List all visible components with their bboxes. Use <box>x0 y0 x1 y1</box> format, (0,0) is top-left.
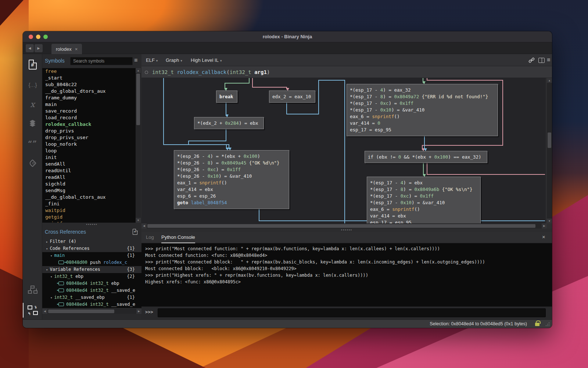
xref-entry[interactable]: ←08048ed4 int32_t __saved_e <box>42 287 141 294</box>
symbol-item[interactable]: main <box>42 101 136 108</box>
xref-bar-row[interactable]: ▾Variable References{3} <box>42 266 141 273</box>
symbols-scrollbar[interactable]: ▲ ▼ <box>136 68 141 223</box>
symbol-item[interactable]: rolodex_callback <box>42 121 136 128</box>
scroll-down-icon[interactable]: ▼ <box>136 218 141 223</box>
symbol-item[interactable]: drop_privs <box>42 128 136 134</box>
xref-group-row[interactable]: ▾int32_t __saved_ebp{1} <box>42 294 141 301</box>
scroll-right-icon[interactable]: ▶ <box>136 309 141 314</box>
tags-icon[interactable] <box>23 155 42 171</box>
symbols-icon[interactable]: # <box>23 56 42 72</box>
xref-group-row[interactable]: ▾int32_t ebp{2} <box>42 273 141 280</box>
symbol-item[interactable]: readAll <box>42 174 136 181</box>
python-console-input[interactable] <box>158 308 546 317</box>
close-panel-icon[interactable]: × <box>542 234 545 240</box>
symbols-menu-icon[interactable]: ≡ <box>134 57 137 64</box>
console-splitter[interactable]: •••••• <box>141 229 552 232</box>
function-header[interactable]: int32_t rolodex_callback(int32_t arg1) <box>141 66 552 78</box>
search-symbols-input[interactable] <box>70 57 133 65</box>
python-console-output[interactable]: >>> print("Most connected function: " + … <box>141 243 552 307</box>
scroll-up-icon[interactable]: ▲ <box>136 68 141 73</box>
menu-graph[interactable]: Graph▾ <box>166 54 182 66</box>
graph-overview-icon[interactable] <box>23 282 42 298</box>
graph-hscrollbar[interactable]: ◀ ▶ <box>141 223 547 229</box>
chevron-down-icon: ▾ <box>180 59 182 63</box>
symbols-title: Symbols <box>45 58 65 64</box>
xref-group-row[interactable]: ▾main{1} <box>42 252 141 259</box>
xref-entry[interactable]: ←08048ed4 int32_t __saved_e <box>42 301 141 308</box>
selection-status: Selection: 0x8048ed4 to 0x8048ed5 (0x1 b… <box>430 321 527 326</box>
symbol-item[interactable]: sendAll <box>42 161 136 167</box>
prompt-label: >>> <box>145 309 153 315</box>
strings-icon[interactable]: “” <box>23 135 42 152</box>
symbol-item[interactable]: getgid <box>42 214 136 220</box>
xref-entry[interactable]: ←08048ed4 int32_t ebp <box>42 280 141 287</box>
symbol-item[interactable]: _fini <box>42 201 136 207</box>
tab-rolodex[interactable]: rolodex × <box>51 44 82 54</box>
split-view-icon[interactable] <box>538 58 545 63</box>
symbol-item[interactable]: sub_8048c22 <box>42 81 136 88</box>
xref-entry[interactable]: →08048d00 push rolodex_c <box>42 259 141 266</box>
scroll-right-icon[interactable]: ▶ <box>542 223 547 229</box>
symbol-item[interactable]: sigchld <box>42 181 136 187</box>
symbol-item[interactable]: sendMsg <box>42 187 136 194</box>
menu-il-level[interactable]: High Level IL▾ <box>191 54 222 66</box>
maximize-window-button[interactable] <box>43 35 48 39</box>
graph-vscrollbar[interactable]: ▲ ▼ <box>547 78 552 223</box>
nav-forward-button[interactable]: ▶ <box>35 44 43 52</box>
python-console-input-row: >>> <box>141 307 552 319</box>
view-toolbar: ELF▾ Graph▾ High Level IL▾ ≡ <box>141 54 552 66</box>
symbol-item[interactable]: load_record <box>42 114 136 121</box>
close-window-button[interactable] <box>29 35 33 39</box>
menu-elf[interactable]: ELF▾ <box>146 54 158 66</box>
xrefs-title: Cross References <box>45 229 86 235</box>
types-icon[interactable]: {…} <box>23 77 42 93</box>
graph-node-ok-s-block[interactable]: *(esp_17 - 4) = ebx*(esp_17 - 8) = 0x804… <box>367 177 481 223</box>
sidebar-splitter[interactable]: •••••• <box>42 223 141 228</box>
scroll-left-icon[interactable]: ◀ <box>141 223 147 229</box>
symbol-item[interactable]: waitpid <box>42 207 136 214</box>
tab-python-console[interactable]: Python Console <box>161 232 195 243</box>
link-icon[interactable] <box>528 57 535 65</box>
graph-node-ok-d-block[interactable]: *(esp_26 - 4) = *(ebx + 0x100)*(esp_26 -… <box>174 150 289 209</box>
collapse-circle-icon[interactable] <box>145 71 148 74</box>
xref-bar-row[interactable]: ▾Code References{1} <box>42 245 141 252</box>
scroll-left-icon[interactable]: ◀ <box>42 309 47 314</box>
scroll-down-icon[interactable]: ▼ <box>547 219 552 223</box>
xrefs-tree: ▸Filter (4)▾Code References{1}▾main{1}→0… <box>42 238 141 308</box>
console-line: >>> print("Most connected bblock: " + re… <box>145 259 552 265</box>
symbol-item[interactable]: frame_dummy <box>42 95 136 101</box>
symbol-item[interactable]: _start <box>42 75 136 81</box>
view-menu-icon[interactable]: ≡ <box>547 57 550 63</box>
symbol-item[interactable]: __do_global_dtors_aux <box>42 88 136 95</box>
tab-close-icon[interactable]: × <box>75 46 78 52</box>
xrefs-header: Cross References <box>42 228 141 237</box>
symbol-item[interactable]: drop_privs_user <box>42 134 136 141</box>
graph-node-store-edx2[interactable]: *(edx_2 + 0x284) = ebx <box>194 117 264 129</box>
new-pane-icon[interactable] <box>133 229 137 235</box>
graph-node-edx2-assign[interactable]: edx_2 = eax_10 <box>269 91 315 103</box>
symbol-item[interactable]: loop <box>42 148 136 154</box>
resize-grip[interactable] <box>545 322 550 326</box>
scroll-up-icon[interactable]: ▲ <box>547 78 552 83</box>
status-bar: Selection: 0x8048ed4 to 0x8048ed5 (0x1 b… <box>23 319 552 328</box>
symbol-item[interactable]: init <box>42 154 136 161</box>
nav-back-button[interactable]: ◀ <box>26 44 34 52</box>
symbol-item[interactable]: loop_nofork <box>42 141 136 148</box>
minimize-window-button[interactable] <box>36 35 40 39</box>
symbol-item[interactable]: __do_global_ctors_aux <box>42 194 136 201</box>
graph-node-break[interactable]: break <box>216 91 237 103</box>
graph-node-if-cond[interactable]: if (ebx != 0 && *(ebx + 0x100) == eax_32… <box>365 151 487 163</box>
stack-layers-icon[interactable] <box>23 116 42 132</box>
binary-ninja-window: rolodex - Binary Ninja ◀ ▶ rolodex × #{…… <box>23 31 552 328</box>
symbol-item[interactable]: free <box>42 68 136 75</box>
cross-references-icon[interactable]: ↴↰ <box>23 302 42 318</box>
symbol-item[interactable]: save_record <box>42 108 136 114</box>
graph-node-err-block[interactable]: *(esp_17 - 4) = eax_32*(esp_17 - 8) = 0x… <box>347 84 498 136</box>
xrefs-hscrollbar[interactable]: ◀ ▶ <box>42 309 141 314</box>
symbol-item[interactable]: readUntil <box>42 167 136 174</box>
lock-icon[interactable] <box>535 323 539 326</box>
variables-icon[interactable]: x <box>23 96 42 112</box>
tab-log[interactable]: Log <box>146 232 154 243</box>
xref-bar-row[interactable]: ▸Filter (4) <box>42 238 141 245</box>
graph-canvas[interactable]: breakedx_2 = eax_10*(edx_2 + 0x284) = eb… <box>141 78 546 223</box>
